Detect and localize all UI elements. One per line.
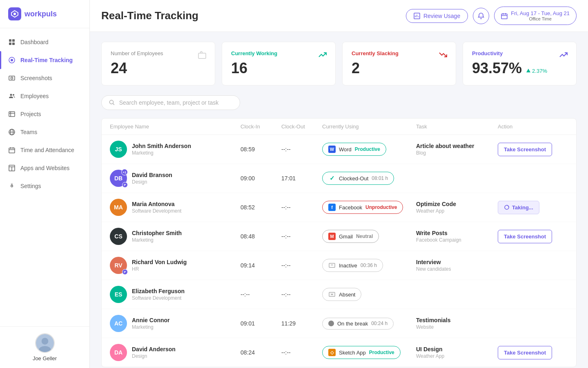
review-usage-button[interactable]: Review Usage [406, 9, 468, 23]
inactive-icon [328, 262, 336, 269]
table-row: DA David Anderson Design 08:24 --:-- ◇ S… [102, 338, 576, 367]
logo-icon [8, 7, 21, 20]
sidebar: workpuls Dashboard Real-Time Tracking [0, 0, 90, 368]
svg-rect-3 [12, 39, 15, 42]
employee-cell: MA Maria Antonova Software Development [110, 199, 241, 216]
date-range-button[interactable]: Fri, Aug 17 - Tue, Aug 21 Office Time [494, 7, 577, 25]
svg-rect-5 [12, 43, 15, 45]
task-cell: UI Design Weather App [416, 346, 498, 359]
take-screenshot-button[interactable]: Take Screenshot [498, 143, 552, 156]
avatar [35, 333, 55, 353]
clock-in: 08:59 [241, 146, 281, 153]
task-sub: Weather App [416, 353, 498, 359]
stat-value-employees: 24 [111, 60, 206, 77]
search-bar[interactable] [101, 95, 240, 110]
action-cell: Take Screenshot [498, 143, 563, 156]
real-time-tracking-icon [8, 56, 16, 64]
taking-screenshot-button[interactable]: Taking... [498, 201, 539, 214]
app-name: Absent [339, 292, 355, 298]
employee-dept: Design [132, 179, 172, 185]
svg-point-1 [13, 13, 16, 15]
page-header: Real-Time Tracking Review Usage [90, 0, 588, 32]
logo-text: workpuls [24, 10, 57, 18]
sidebar-label-teams: Teams [20, 129, 37, 135]
take-screenshot-button[interactable]: Take Screenshot [498, 346, 552, 359]
svg-line-39 [113, 103, 114, 105]
sidebar-item-projects[interactable]: Projects [0, 105, 89, 123]
task-cell [416, 294, 498, 295]
task-sub: Facebook Campaign [416, 237, 498, 243]
app-badge: On the break 00:24 h [322, 318, 394, 330]
employee-name: Maria Antonova [132, 201, 181, 207]
sidebar-item-dashboard[interactable]: Dashboard [0, 33, 89, 51]
employee-name: Annie Connor [132, 317, 170, 323]
sidebar-item-settings[interactable]: Settings [0, 177, 89, 195]
svg-rect-12 [9, 112, 15, 117]
col-employee-name: Employee Name [110, 123, 241, 130]
stat-label-slacking: Currently Slacking [352, 50, 447, 56]
sidebar-item-teams[interactable]: Teams [0, 123, 89, 141]
facebook-icon: f [328, 204, 336, 211]
task-name: Testimonials [416, 317, 498, 323]
svg-point-26 [41, 338, 48, 345]
employee-name: David Anderson [132, 346, 176, 352]
employee-cell: DA David Anderson Design [110, 344, 241, 361]
employee-avatar: JS [110, 141, 127, 158]
trend-up-icon [318, 50, 327, 61]
app-name: Inactive [339, 263, 357, 269]
user-area[interactable]: Joe Geller [0, 326, 89, 368]
employee-dept: HR [132, 266, 187, 272]
stat-card-working: Currently Working 16 [222, 42, 336, 85]
logo[interactable]: workpuls [0, 0, 89, 28]
briefcase-icon [198, 50, 207, 61]
employee-name: John Smith Anderson [132, 143, 191, 149]
svg-point-9 [11, 77, 13, 79]
app-badge: M Gmail Neutral [322, 230, 379, 243]
svg-point-38 [109, 100, 113, 104]
employee-avatar: ES [110, 286, 127, 303]
app-badge: ✓ Clocked-Out 08:01 h [322, 172, 394, 185]
app-badge: W Word Productive [322, 143, 386, 156]
action-cell: Take Screenshot [498, 346, 563, 359]
action-cell: Taking... [498, 201, 563, 214]
stat-productivity-value: 93.57% 2.37% [472, 60, 567, 77]
nav-menu: Dashboard Real-Time Tracking Screenshots [0, 28, 89, 326]
stats-row: Number of Employees 24 Currently Working… [101, 42, 577, 85]
date-range-label: Fri, Aug 17 - Tue, Aug 21 Office Time [511, 10, 570, 21]
table-header: Employee Name Clock-In Clock-Out Current… [102, 119, 576, 135]
app-status-cell: Absent [322, 288, 416, 301]
action-cell: Take Screenshot [498, 230, 563, 243]
sidebar-item-real-time-tracking[interactable]: Real-Time Tracking [0, 51, 89, 69]
trend-down-icon [439, 50, 448, 61]
employee-avatar: DA [110, 344, 127, 361]
clock-out: 17:01 [281, 175, 322, 182]
arrow-up-icon [526, 68, 531, 73]
sidebar-item-apps-websites[interactable]: Apps and Websites [0, 159, 89, 177]
app-badge: f Facebook Unproductive [322, 201, 403, 214]
clock-in: 08:48 [241, 233, 281, 240]
app-status-cell: ✓ Clocked-Out 08:01 h [322, 172, 416, 185]
notification-button[interactable] [473, 8, 489, 24]
col-clock-in: Clock-In [241, 123, 281, 130]
col-task: Task [416, 123, 498, 130]
screenshots-icon [8, 74, 16, 82]
clock-out: --:-- [281, 204, 322, 211]
employee-cell: CS Christopher Smith Marketing [110, 228, 241, 245]
badge-p: P [122, 269, 128, 275]
take-screenshot-button[interactable]: Take Screenshot [498, 230, 552, 243]
employee-avatar: CS [110, 228, 127, 245]
clock-in: 09:00 [241, 175, 281, 182]
task-cell: Write Posts Facebook Campaign [416, 230, 498, 243]
sidebar-item-employees[interactable]: Employees [0, 87, 89, 105]
sidebar-item-time-attendance[interactable]: Time and Attendance [0, 141, 89, 159]
dashboard-icon [8, 38, 16, 46]
clock-in: 09:01 [241, 320, 281, 327]
sidebar-item-screenshots[interactable]: Screenshots [0, 69, 89, 87]
employee-cell: AC Annie Connor Marketing [110, 315, 241, 332]
svg-point-11 [13, 94, 14, 96]
badge-num: +1 [121, 169, 128, 175]
app-name: On the break [337, 321, 368, 327]
employee-avatar: AC [110, 315, 127, 332]
svg-rect-2 [9, 39, 11, 42]
search-input[interactable] [119, 99, 232, 106]
